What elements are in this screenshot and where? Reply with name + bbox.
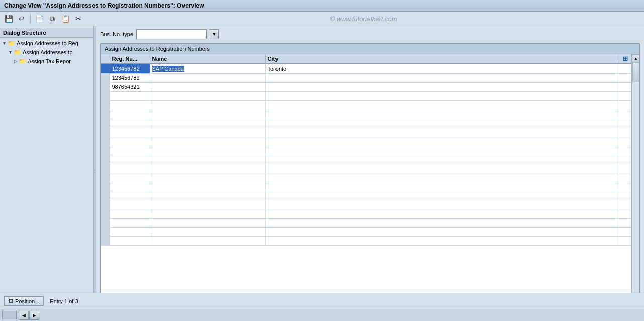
table-row[interactable] bbox=[101, 200, 631, 209]
city-cell[interactable] bbox=[265, 155, 619, 164]
reg-num-cell[interactable] bbox=[110, 173, 150, 182]
city-cell[interactable] bbox=[265, 73, 619, 82]
row-selector-cell[interactable] bbox=[101, 209, 110, 218]
name-cell[interactable] bbox=[150, 173, 265, 182]
bottom-nav-right[interactable]: ▶ bbox=[29, 311, 39, 320]
reg-num-cell[interactable] bbox=[110, 155, 150, 164]
city-cell[interactable] bbox=[265, 191, 619, 200]
reg-num-cell[interactable] bbox=[110, 91, 150, 100]
bus-no-type-dropdown-btn[interactable]: ▼ bbox=[210, 29, 219, 39]
reg-num-cell[interactable] bbox=[110, 137, 150, 146]
name-cell[interactable] bbox=[150, 164, 265, 173]
table-row[interactable] bbox=[101, 91, 631, 100]
name-cell[interactable] bbox=[150, 146, 265, 155]
reg-num-cell[interactable] bbox=[110, 200, 150, 209]
reg-num-cell[interactable] bbox=[110, 227, 150, 236]
city-cell[interactable] bbox=[265, 218, 619, 227]
table-row[interactable] bbox=[101, 209, 631, 218]
table-row[interactable] bbox=[101, 137, 631, 146]
row-selector-cell[interactable] bbox=[101, 155, 110, 164]
name-cell[interactable] bbox=[150, 73, 265, 82]
reg-num-cell[interactable] bbox=[110, 218, 150, 227]
name-cell[interactable] bbox=[150, 100, 265, 110]
table-row[interactable] bbox=[101, 119, 631, 128]
col-header-city[interactable]: City bbox=[265, 54, 619, 64]
name-cell[interactable]: SAP Canada bbox=[150, 64, 265, 73]
row-selector-cell[interactable] bbox=[101, 164, 110, 173]
reg-num-cell[interactable] bbox=[110, 236, 150, 245]
table-row[interactable] bbox=[101, 173, 631, 182]
reg-num-cell[interactable] bbox=[110, 182, 150, 191]
row-selector-cell[interactable] bbox=[101, 218, 110, 227]
table-row[interactable] bbox=[101, 164, 631, 173]
city-cell[interactable] bbox=[265, 82, 619, 91]
name-cell[interactable] bbox=[150, 209, 265, 218]
city-cell[interactable] bbox=[265, 119, 619, 128]
table-row[interactable]: 123456789 bbox=[101, 73, 631, 82]
table-row[interactable]: 123456782SAP CanadaToronto bbox=[101, 64, 631, 73]
city-cell[interactable] bbox=[265, 110, 619, 119]
city-cell[interactable] bbox=[265, 137, 619, 146]
name-cell[interactable] bbox=[150, 200, 265, 209]
city-cell[interactable] bbox=[265, 100, 619, 110]
city-cell[interactable] bbox=[265, 236, 619, 245]
name-cell[interactable] bbox=[150, 218, 265, 227]
table-row[interactable] bbox=[101, 191, 631, 200]
col-header-reg-num[interactable]: Reg. Nu... bbox=[110, 54, 150, 64]
city-cell[interactable] bbox=[265, 227, 619, 236]
table-body-scroll[interactable]: 123456782SAP CanadaToronto12345678998765… bbox=[101, 64, 631, 303]
city-cell[interactable] bbox=[265, 182, 619, 191]
row-selector-cell[interactable] bbox=[101, 173, 110, 182]
name-cell[interactable] bbox=[150, 182, 265, 191]
paste-icon[interactable]: 📋 bbox=[60, 13, 71, 24]
row-selector-cell[interactable] bbox=[101, 119, 110, 128]
reg-num-cell[interactable]: 987654321 bbox=[110, 82, 150, 91]
name-cell[interactable] bbox=[150, 91, 265, 100]
vscroll-up-btn[interactable]: ▲ bbox=[632, 54, 639, 62]
reg-num-cell[interactable] bbox=[110, 110, 150, 119]
bus-no-type-input[interactable] bbox=[136, 29, 207, 39]
tree-item-assign-addresses-reg[interactable]: ▼ 📁 Assign Addresses to Reg bbox=[0, 39, 93, 48]
table-row[interactable] bbox=[101, 100, 631, 110]
row-selector-cell[interactable] bbox=[101, 110, 110, 119]
reg-num-cell[interactable] bbox=[110, 191, 150, 200]
reg-num-cell[interactable] bbox=[110, 100, 150, 110]
table-row[interactable] bbox=[101, 236, 631, 245]
save-icon[interactable]: 💾 bbox=[3, 13, 14, 24]
name-cell[interactable] bbox=[150, 128, 265, 137]
table-row[interactable] bbox=[101, 155, 631, 164]
name-cell[interactable] bbox=[150, 110, 265, 119]
reg-num-cell[interactable] bbox=[110, 128, 150, 137]
table-row[interactable] bbox=[101, 146, 631, 155]
back-icon[interactable]: ↩ bbox=[16, 13, 27, 24]
city-cell[interactable] bbox=[265, 146, 619, 155]
city-cell[interactable] bbox=[265, 209, 619, 218]
name-cell[interactable] bbox=[150, 227, 265, 236]
row-selector-cell[interactable] bbox=[101, 227, 110, 236]
row-selector-cell[interactable] bbox=[101, 82, 110, 91]
row-selector-cell[interactable] bbox=[101, 182, 110, 191]
city-cell[interactable] bbox=[265, 164, 619, 173]
position-button[interactable]: ⊞ Position... bbox=[4, 296, 44, 306]
name-cell[interactable] bbox=[150, 155, 265, 164]
table-row[interactable] bbox=[101, 182, 631, 191]
row-selector-cell[interactable] bbox=[101, 236, 110, 245]
table-row[interactable] bbox=[101, 110, 631, 119]
name-cell[interactable] bbox=[150, 82, 265, 91]
col-header-icon[interactable]: ⊞ bbox=[619, 54, 631, 64]
table-row[interactable]: 987654321 bbox=[101, 82, 631, 91]
reg-num-cell[interactable]: 123456782 bbox=[110, 64, 150, 73]
reg-num-cell[interactable] bbox=[110, 164, 150, 173]
reg-num-cell[interactable] bbox=[110, 119, 150, 128]
city-cell[interactable] bbox=[265, 200, 619, 209]
table-row[interactable] bbox=[101, 227, 631, 236]
name-cell[interactable] bbox=[150, 191, 265, 200]
reg-num-cell[interactable]: 123456789 bbox=[110, 73, 150, 82]
delete-icon[interactable]: ✂ bbox=[73, 13, 84, 24]
city-cell[interactable]: Toronto bbox=[265, 64, 619, 73]
col-header-name[interactable]: Name bbox=[150, 54, 265, 64]
row-selector-cell[interactable] bbox=[101, 100, 110, 110]
reg-num-cell[interactable] bbox=[110, 209, 150, 218]
city-cell[interactable] bbox=[265, 128, 619, 137]
name-cell[interactable] bbox=[150, 137, 265, 146]
